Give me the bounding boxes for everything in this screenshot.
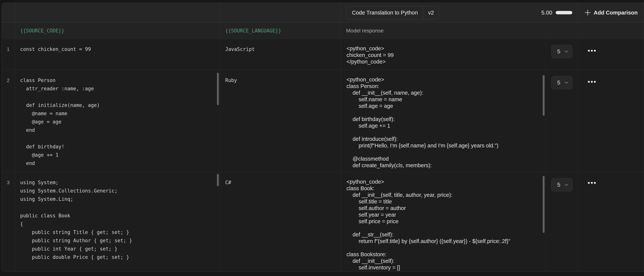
model-response-text: <python_code> class Person: def __init__… — [341, 70, 546, 169]
scrollbar-thumb[interactable] — [543, 75, 544, 116]
source-language-text: JavaScript — [220, 39, 341, 53]
row-number: 1 — [2, 39, 15, 70]
more-dot — [591, 182, 593, 184]
model-response-text: <python_code> class Book: def __init__(s… — [341, 172, 546, 271]
more-dot — [591, 50, 593, 52]
source-code-text: class Person attr_reader :name, :age def… — [15, 70, 220, 167]
more-dot — [588, 50, 590, 52]
colhdr-rownum — [2, 23, 15, 39]
more-dot — [588, 182, 590, 184]
source-language-text: C# — [220, 172, 341, 187]
row-number: 3 — [2, 172, 15, 272]
source-code-text: using System; using System.Collections.G… — [15, 172, 220, 272]
source-code-cell[interactable]: class Person attr_reader :name, :age def… — [15, 70, 220, 172]
colhdr-model-response[interactable]: Model response — [341, 23, 546, 39]
add-comparison-label: Add Comparison — [594, 10, 638, 16]
model-response-cell[interactable]: <python_code> class Person: def __init__… — [341, 70, 546, 172]
source-language-cell[interactable]: C# — [220, 172, 341, 272]
source-language-cell[interactable]: JavaScript — [220, 39, 341, 70]
chevron-down-icon — [565, 51, 568, 53]
source-code-cell[interactable]: using System; using System.Collections.G… — [15, 172, 220, 272]
prompt-version-badge: v2 — [423, 6, 439, 19]
prompt-name: Code Translation to Python — [347, 6, 423, 19]
colhdr-source-language[interactable]: {{SOURCE_LANGUAGE}} — [220, 23, 341, 39]
colhdr-source-code[interactable]: {{SOURCE_CODE}} — [15, 23, 220, 39]
chevron-down-icon — [565, 82, 568, 84]
rating-value: 5 — [557, 79, 560, 86]
header-rownum-cell — [2, 3, 15, 23]
rating-select[interactable]: 5 — [551, 45, 572, 58]
more-dot — [591, 81, 593, 83]
chevron-down-icon — [565, 184, 568, 186]
header-source-cell — [15, 3, 220, 23]
rating-select[interactable]: 5 — [551, 76, 572, 89]
rating-value: 5 — [557, 48, 560, 55]
source-language-cell[interactable]: Ruby — [220, 70, 341, 172]
comparison-table: Code Translation to Python v2 5.00 Add C… — [2, 3, 644, 272]
actions-cell — [578, 172, 644, 272]
scrollbar-thumb[interactable] — [543, 176, 544, 233]
rating-cell: 5 — [546, 172, 578, 272]
source-language-text: Ruby — [220, 70, 341, 85]
rating-value: 5 — [557, 182, 560, 188]
header-language-cell — [220, 3, 341, 23]
code-translation-eval-app: Code Translation to Python v2 5.00 Add C… — [0, 0, 644, 276]
prompt-header-cell: Code Translation to Python v2 5.00 — [341, 3, 578, 23]
colhdr-actions — [578, 23, 644, 39]
more-dot — [594, 81, 596, 83]
model-response-cell[interactable]: <python_code> class Book: def __init__(s… — [341, 172, 546, 272]
colhdr-rating — [546, 23, 578, 39]
rating-select[interactable]: 5 — [551, 178, 572, 191]
actions-cell — [578, 70, 644, 172]
prompt-version-button[interactable]: Code Translation to Python v2 — [346, 6, 439, 19]
source-code-cell[interactable]: const chicken_count = 99 — [15, 39, 220, 70]
model-response-text: <python_code> chicken_count = 99 </pytho… — [341, 39, 546, 65]
more-dot — [594, 50, 596, 52]
more-dot — [588, 81, 590, 83]
source-code-text: const chicken_count = 99 — [15, 39, 220, 53]
rating-cell: 5 — [546, 39, 578, 70]
source-language-variable-label: {{SOURCE_LANGUAGE}} — [225, 28, 281, 34]
scrollbar-thumb[interactable] — [217, 174, 219, 186]
rating-cell: 5 — [546, 70, 578, 172]
more-actions-button[interactable] — [587, 181, 596, 185]
more-actions-button[interactable] — [587, 80, 596, 84]
add-comparison-button[interactable]: Add Comparison — [578, 3, 644, 23]
actions-cell — [578, 39, 644, 70]
model-response-label: Model response — [346, 28, 384, 34]
score-bar — [556, 11, 572, 14]
more-actions-button[interactable] — [587, 49, 596, 52]
row-number: 2 — [2, 70, 15, 172]
source-code-variable-label: {{SOURCE_CODE}} — [20, 28, 64, 34]
plus-icon — [584, 9, 591, 16]
model-response-cell[interactable]: <python_code> chicken_count = 99 </pytho… — [341, 39, 546, 70]
average-score: 5.00 — [541, 10, 572, 16]
add-comparison-cell: Add Comparison — [578, 3, 644, 23]
more-dot — [594, 182, 596, 184]
scrollbar-thumb[interactable] — [217, 73, 219, 105]
average-score-value: 5.00 — [541, 10, 552, 16]
